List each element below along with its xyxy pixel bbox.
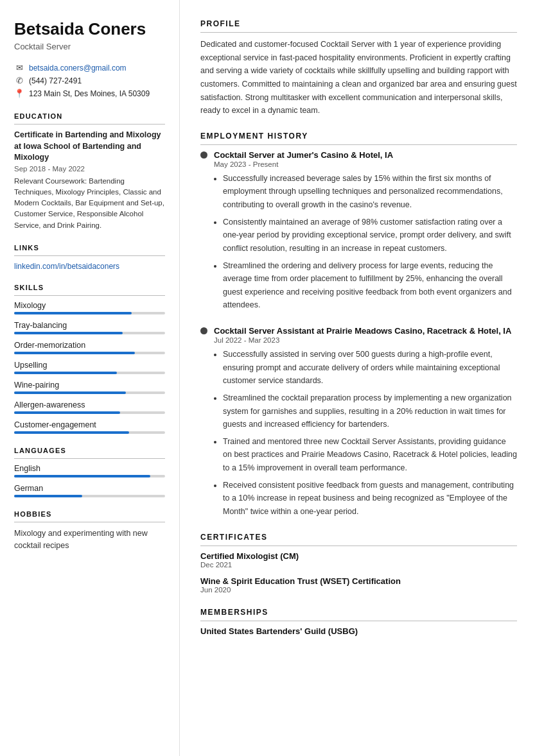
skill-bar-fill — [14, 352, 135, 354]
languages-container: English German — [14, 464, 165, 497]
memberships-heading: Memberships — [200, 608, 517, 621]
memberships-container: United States Bartenders' Guild (USBG) — [200, 626, 517, 636]
skill-item: Order-memorization — [14, 341, 165, 354]
bullet-item: Successfully increased beverage sales by… — [223, 172, 517, 212]
skill-label: Customer-engagement — [14, 420, 165, 429]
contact-address: 📍 123 Main St, Des Moines, IA 50309 — [14, 89, 165, 98]
skill-item: Customer-engagement — [14, 420, 165, 434]
location-icon: 📍 — [14, 89, 24, 98]
job-title: Cocktail Server Assistant at Prairie Mea… — [200, 326, 517, 336]
skill-label: Upselling — [14, 361, 165, 370]
memberships-section: Memberships United States Bartenders' Gu… — [200, 608, 517, 636]
language-bar-bg — [14, 495, 165, 497]
bullet-item: Received consistent positive feedback fr… — [223, 479, 517, 519]
phone-icon: ✆ — [14, 76, 24, 85]
profile-section: Profile Dedicated and customer-focused C… — [200, 19, 517, 117]
certificate-item: Wine & Spirit Education Trust (WSET) Cer… — [200, 576, 517, 594]
skill-bar-bg — [14, 391, 165, 394]
candidate-title: Cocktail Server — [14, 42, 165, 51]
skill-item: Allergen-awareness — [14, 400, 165, 414]
membership-name: United States Bartenders' Guild (USBG) — [200, 626, 517, 636]
skill-label: Wine-pairing — [14, 381, 165, 390]
employment-section: Employment History Cocktail Server at Ju… — [200, 132, 517, 519]
skill-bar-fill — [14, 372, 117, 374]
sidebar: Betsaida Coners Cocktail Server ✉ betsai… — [0, 0, 180, 756]
profile-heading: Profile — [200, 19, 517, 33]
language-item: English — [14, 464, 165, 477]
hobbies-heading: Hobbies — [14, 510, 165, 522]
language-bar-fill — [14, 475, 150, 477]
linkedin-link-item: linkedin.com/in/betsaidaconers — [14, 261, 165, 271]
certificate-item: Certified Mixologist (CM) Dec 2021 — [200, 551, 517, 569]
skill-bar-bg — [14, 312, 165, 314]
linkedin-link[interactable]: linkedin.com/in/betsaidaconers — [14, 262, 119, 271]
employment-container: Cocktail Server at Jumer's Casino & Hote… — [200, 150, 517, 519]
skill-bar-bg — [14, 431, 165, 434]
job-title-text: Cocktail Server at Jumer's Casino & Hote… — [214, 150, 393, 160]
candidate-name: Betsaida Coners — [14, 19, 165, 39]
skill-bar-fill — [14, 332, 123, 334]
membership-item: United States Bartenders' Guild (USBG) — [200, 626, 517, 636]
cert-date: Dec 2021 — [200, 561, 517, 569]
hobbies-text: Mixology and experimenting with new cock… — [14, 528, 165, 552]
bullet-item: Streamlined the ordering and delivery pr… — [223, 259, 517, 313]
bullet-item: Streamlined the cocktail preparation pro… — [223, 391, 517, 431]
bullet-item: Consistently maintained an average of 98… — [223, 216, 517, 255]
skill-item: Mixology — [14, 301, 165, 314]
cert-date: Jun 2020 — [200, 586, 517, 594]
job-title: Cocktail Server at Jumer's Casino & Hote… — [200, 150, 517, 160]
education-heading: Education — [14, 112, 165, 125]
profile-text: Dedicated and customer-focused Cocktail … — [200, 38, 517, 117]
language-item: German — [14, 484, 165, 497]
contact-phone: ✆ (544) 727-2491 — [14, 76, 165, 85]
language-label: German — [14, 484, 165, 493]
emp-dot — [200, 151, 207, 159]
language-label: English — [14, 464, 165, 473]
skill-bar-fill — [14, 411, 120, 414]
certificates-section: Certificates Certified Mixologist (CM) D… — [200, 533, 517, 594]
email-link[interactable]: betsaida.coners@gmail.com — [29, 64, 127, 73]
bullet-item: Successfully assisted in serving over 50… — [223, 348, 517, 388]
education-degree: Certificate in Bartending and Mixology a… — [14, 130, 165, 164]
skill-label: Order-memorization — [14, 341, 165, 350]
skill-bar-bg — [14, 411, 165, 414]
contact-list: ✉ betsaida.coners@gmail.com ✆ (544) 727-… — [14, 63, 165, 98]
employment-heading: Employment History — [200, 132, 517, 145]
job-date: May 2023 - Present — [214, 160, 517, 168]
contact-email: ✉ betsaida.coners@gmail.com — [14, 63, 165, 73]
cert-name: Wine & Spirit Education Trust (WSET) Cer… — [200, 576, 517, 586]
skill-bar-bg — [14, 332, 165, 334]
job-date: Jul 2022 - Mar 2023 — [214, 336, 517, 344]
skills-container: Mixology Tray-balancing Order-memorizati… — [14, 301, 165, 434]
education-coursework: Relevant Coursework: Bartending Techniqu… — [14, 176, 165, 231]
skill-bar-fill — [14, 391, 126, 394]
skill-item: Tray-balancing — [14, 321, 165, 334]
language-bar-bg — [14, 475, 165, 477]
links-heading: Links — [14, 244, 165, 256]
emp-dot — [200, 327, 207, 334]
skill-bar-fill — [14, 312, 132, 314]
skill-label: Tray-balancing — [14, 321, 165, 330]
certificates-container: Certified Mixologist (CM) Dec 2021 Wine … — [200, 551, 517, 594]
bullet-item: Trained and mentored three new Cocktail … — [223, 435, 517, 475]
email-icon: ✉ — [14, 63, 24, 73]
cert-name: Certified Mixologist (CM) — [200, 551, 517, 561]
certificates-heading: Certificates — [200, 533, 517, 546]
skill-bar-bg — [14, 352, 165, 354]
employment-item: Cocktail Server Assistant at Prairie Mea… — [200, 326, 517, 519]
languages-heading: Languages — [14, 447, 165, 459]
skill-bar-fill — [14, 431, 129, 434]
skill-label: Allergen-awareness — [14, 400, 165, 409]
employment-item: Cocktail Server at Jumer's Casino & Hote… — [200, 150, 517, 312]
skill-bar-bg — [14, 372, 165, 374]
job-title-text: Cocktail Server Assistant at Prairie Mea… — [214, 326, 511, 336]
main-content: Profile Dedicated and customer-focused C… — [180, 0, 535, 756]
job-bullets: Successfully increased beverage sales by… — [214, 172, 517, 312]
skill-label: Mixology — [14, 301, 165, 310]
skill-item: Wine-pairing — [14, 381, 165, 394]
skill-item: Upselling — [14, 361, 165, 374]
skills-heading: Skills — [14, 284, 165, 296]
job-bullets: Successfully assisted in serving over 50… — [214, 348, 517, 519]
education-date: Sep 2018 - May 2022 — [14, 165, 165, 173]
language-bar-fill — [14, 495, 82, 497]
